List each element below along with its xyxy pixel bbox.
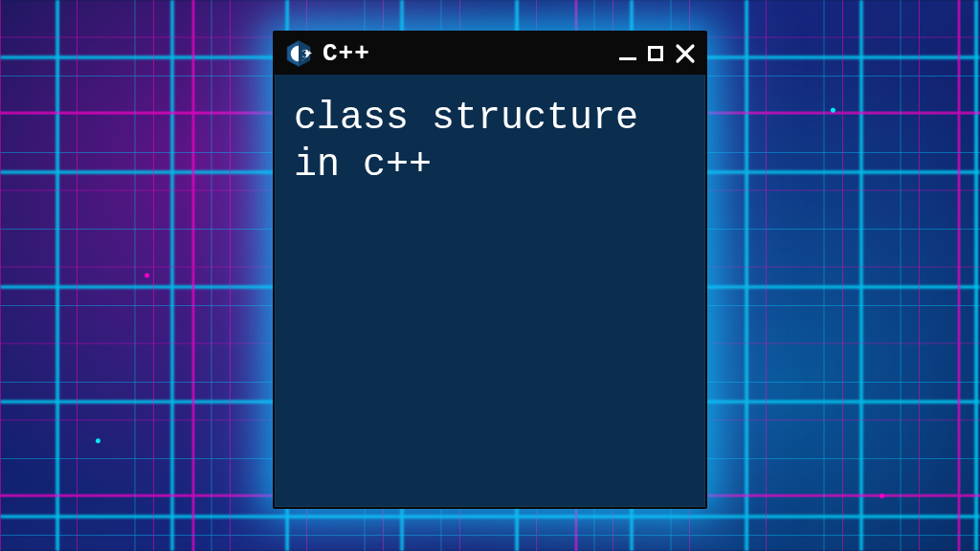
close-button[interactable]	[675, 43, 696, 64]
cpp-icon: + +	[284, 39, 313, 68]
code-window: + + C++ class structure in c++	[273, 31, 707, 509]
svg-text:+: +	[308, 50, 312, 56]
editor-content[interactable]: class structure in c++	[275, 75, 705, 210]
window-controls	[619, 43, 696, 64]
minimize-button[interactable]	[619, 48, 636, 60]
minimize-icon	[619, 57, 636, 60]
maximize-button[interactable]	[648, 46, 663, 61]
titlebar[interactable]: + + C++	[275, 33, 705, 75]
maximize-icon	[648, 46, 663, 61]
close-icon	[675, 43, 696, 64]
window-title: C++	[323, 39, 610, 68]
